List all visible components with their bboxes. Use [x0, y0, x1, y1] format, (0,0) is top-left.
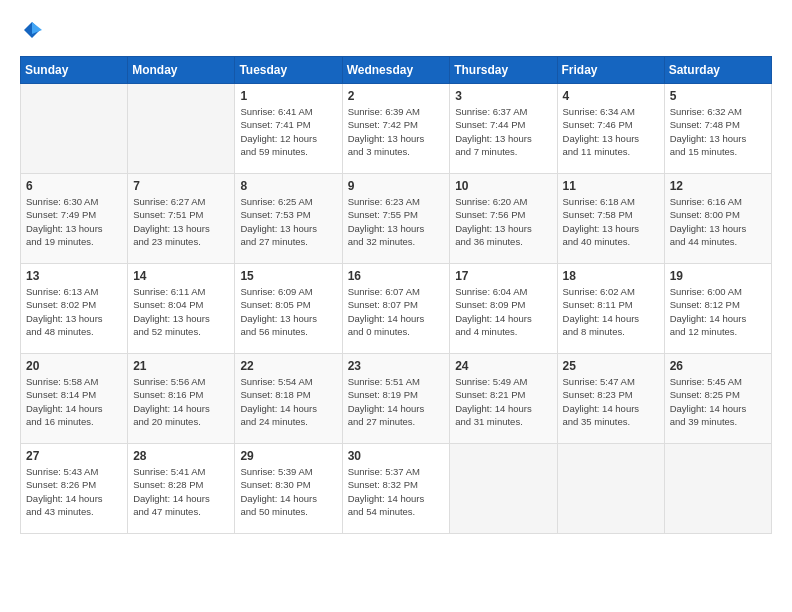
day-info: Sunrise: 6:20 AM Sunset: 7:56 PM Dayligh… [455, 195, 551, 248]
day-info: Sunrise: 6:25 AM Sunset: 7:53 PM Dayligh… [240, 195, 336, 248]
day-number: 22 [240, 359, 336, 373]
calendar-cell: 5Sunrise: 6:32 AM Sunset: 7:48 PM Daylig… [664, 84, 771, 174]
calendar-week-row: 27Sunrise: 5:43 AM Sunset: 8:26 PM Dayli… [21, 444, 772, 534]
day-info: Sunrise: 5:49 AM Sunset: 8:21 PM Dayligh… [455, 375, 551, 428]
calendar-week-row: 20Sunrise: 5:58 AM Sunset: 8:14 PM Dayli… [21, 354, 772, 444]
calendar-cell: 1Sunrise: 6:41 AM Sunset: 7:41 PM Daylig… [235, 84, 342, 174]
calendar-cell [450, 444, 557, 534]
day-info: Sunrise: 6:13 AM Sunset: 8:02 PM Dayligh… [26, 285, 122, 338]
day-number: 19 [670, 269, 766, 283]
calendar-cell: 8Sunrise: 6:25 AM Sunset: 7:53 PM Daylig… [235, 174, 342, 264]
calendar-cell: 27Sunrise: 5:43 AM Sunset: 8:26 PM Dayli… [21, 444, 128, 534]
day-number: 18 [563, 269, 659, 283]
calendar-cell [557, 444, 664, 534]
day-number: 10 [455, 179, 551, 193]
weekday-header-monday: Monday [128, 57, 235, 84]
day-number: 6 [26, 179, 122, 193]
day-number: 14 [133, 269, 229, 283]
day-number: 15 [240, 269, 336, 283]
day-info: Sunrise: 6:34 AM Sunset: 7:46 PM Dayligh… [563, 105, 659, 158]
day-number: 9 [348, 179, 445, 193]
calendar-cell: 4Sunrise: 6:34 AM Sunset: 7:46 PM Daylig… [557, 84, 664, 174]
calendar-body: 1Sunrise: 6:41 AM Sunset: 7:41 PM Daylig… [21, 84, 772, 534]
calendar-cell: 15Sunrise: 6:09 AM Sunset: 8:05 PM Dayli… [235, 264, 342, 354]
calendar-cell: 29Sunrise: 5:39 AM Sunset: 8:30 PM Dayli… [235, 444, 342, 534]
calendar-week-row: 1Sunrise: 6:41 AM Sunset: 7:41 PM Daylig… [21, 84, 772, 174]
day-number: 24 [455, 359, 551, 373]
day-number: 4 [563, 89, 659, 103]
calendar-cell: 16Sunrise: 6:07 AM Sunset: 8:07 PM Dayli… [342, 264, 450, 354]
day-info: Sunrise: 5:43 AM Sunset: 8:26 PM Dayligh… [26, 465, 122, 518]
calendar-cell: 22Sunrise: 5:54 AM Sunset: 8:18 PM Dayli… [235, 354, 342, 444]
calendar-cell: 14Sunrise: 6:11 AM Sunset: 8:04 PM Dayli… [128, 264, 235, 354]
weekday-header-thursday: Thursday [450, 57, 557, 84]
calendar-cell: 3Sunrise: 6:37 AM Sunset: 7:44 PM Daylig… [450, 84, 557, 174]
calendar-cell: 7Sunrise: 6:27 AM Sunset: 7:51 PM Daylig… [128, 174, 235, 264]
day-number: 27 [26, 449, 122, 463]
calendar-cell: 21Sunrise: 5:56 AM Sunset: 8:16 PM Dayli… [128, 354, 235, 444]
day-info: Sunrise: 5:47 AM Sunset: 8:23 PM Dayligh… [563, 375, 659, 428]
day-number: 25 [563, 359, 659, 373]
day-info: Sunrise: 6:23 AM Sunset: 7:55 PM Dayligh… [348, 195, 445, 248]
day-number: 29 [240, 449, 336, 463]
day-info: Sunrise: 5:45 AM Sunset: 8:25 PM Dayligh… [670, 375, 766, 428]
weekday-header-friday: Friday [557, 57, 664, 84]
day-info: Sunrise: 6:32 AM Sunset: 7:48 PM Dayligh… [670, 105, 766, 158]
page-container: SundayMondayTuesdayWednesdayThursdayFrid… [0, 0, 792, 544]
day-info: Sunrise: 6:02 AM Sunset: 8:11 PM Dayligh… [563, 285, 659, 338]
calendar-cell: 25Sunrise: 5:47 AM Sunset: 8:23 PM Dayli… [557, 354, 664, 444]
day-number: 17 [455, 269, 551, 283]
calendar-cell: 24Sunrise: 5:49 AM Sunset: 8:21 PM Dayli… [450, 354, 557, 444]
calendar-cell: 18Sunrise: 6:02 AM Sunset: 8:11 PM Dayli… [557, 264, 664, 354]
day-info: Sunrise: 5:51 AM Sunset: 8:19 PM Dayligh… [348, 375, 445, 428]
calendar-cell: 10Sunrise: 6:20 AM Sunset: 7:56 PM Dayli… [450, 174, 557, 264]
day-number: 23 [348, 359, 445, 373]
day-info: Sunrise: 6:07 AM Sunset: 8:07 PM Dayligh… [348, 285, 445, 338]
day-info: Sunrise: 6:04 AM Sunset: 8:09 PM Dayligh… [455, 285, 551, 338]
day-number: 3 [455, 89, 551, 103]
day-number: 8 [240, 179, 336, 193]
day-info: Sunrise: 6:30 AM Sunset: 7:49 PM Dayligh… [26, 195, 122, 248]
calendar-cell: 20Sunrise: 5:58 AM Sunset: 8:14 PM Dayli… [21, 354, 128, 444]
calendar-table: SundayMondayTuesdayWednesdayThursdayFrid… [20, 56, 772, 534]
logo [20, 20, 42, 40]
day-number: 13 [26, 269, 122, 283]
weekday-header-saturday: Saturday [664, 57, 771, 84]
day-info: Sunrise: 6:27 AM Sunset: 7:51 PM Dayligh… [133, 195, 229, 248]
weekday-header-tuesday: Tuesday [235, 57, 342, 84]
calendar-week-row: 13Sunrise: 6:13 AM Sunset: 8:02 PM Dayli… [21, 264, 772, 354]
calendar-week-row: 6Sunrise: 6:30 AM Sunset: 7:49 PM Daylig… [21, 174, 772, 264]
calendar-cell: 23Sunrise: 5:51 AM Sunset: 8:19 PM Dayli… [342, 354, 450, 444]
day-info: Sunrise: 5:58 AM Sunset: 8:14 PM Dayligh… [26, 375, 122, 428]
day-info: Sunrise: 6:11 AM Sunset: 8:04 PM Dayligh… [133, 285, 229, 338]
weekday-header-row: SundayMondayTuesdayWednesdayThursdayFrid… [21, 57, 772, 84]
calendar-cell [21, 84, 128, 174]
day-info: Sunrise: 5:39 AM Sunset: 8:30 PM Dayligh… [240, 465, 336, 518]
day-info: Sunrise: 5:54 AM Sunset: 8:18 PM Dayligh… [240, 375, 336, 428]
calendar-cell: 17Sunrise: 6:04 AM Sunset: 8:09 PM Dayli… [450, 264, 557, 354]
calendar-cell: 13Sunrise: 6:13 AM Sunset: 8:02 PM Dayli… [21, 264, 128, 354]
day-number: 30 [348, 449, 445, 463]
day-info: Sunrise: 6:09 AM Sunset: 8:05 PM Dayligh… [240, 285, 336, 338]
day-info: Sunrise: 6:41 AM Sunset: 7:41 PM Dayligh… [240, 105, 336, 158]
day-number: 11 [563, 179, 659, 193]
day-info: Sunrise: 6:18 AM Sunset: 7:58 PM Dayligh… [563, 195, 659, 248]
weekday-header-wednesday: Wednesday [342, 57, 450, 84]
day-number: 7 [133, 179, 229, 193]
logo-icon [22, 20, 42, 40]
day-number: 26 [670, 359, 766, 373]
calendar-cell: 6Sunrise: 6:30 AM Sunset: 7:49 PM Daylig… [21, 174, 128, 264]
day-info: Sunrise: 5:41 AM Sunset: 8:28 PM Dayligh… [133, 465, 229, 518]
day-info: Sunrise: 6:16 AM Sunset: 8:00 PM Dayligh… [670, 195, 766, 248]
calendar-cell [664, 444, 771, 534]
day-info: Sunrise: 5:37 AM Sunset: 8:32 PM Dayligh… [348, 465, 445, 518]
calendar-cell: 2Sunrise: 6:39 AM Sunset: 7:42 PM Daylig… [342, 84, 450, 174]
day-number: 5 [670, 89, 766, 103]
calendar-header: SundayMondayTuesdayWednesdayThursdayFrid… [21, 57, 772, 84]
day-info: Sunrise: 6:39 AM Sunset: 7:42 PM Dayligh… [348, 105, 445, 158]
calendar-cell: 12Sunrise: 6:16 AM Sunset: 8:00 PM Dayli… [664, 174, 771, 264]
calendar-cell: 19Sunrise: 6:00 AM Sunset: 8:12 PM Dayli… [664, 264, 771, 354]
calendar-cell: 26Sunrise: 5:45 AM Sunset: 8:25 PM Dayli… [664, 354, 771, 444]
day-number: 2 [348, 89, 445, 103]
calendar-cell: 28Sunrise: 5:41 AM Sunset: 8:28 PM Dayli… [128, 444, 235, 534]
